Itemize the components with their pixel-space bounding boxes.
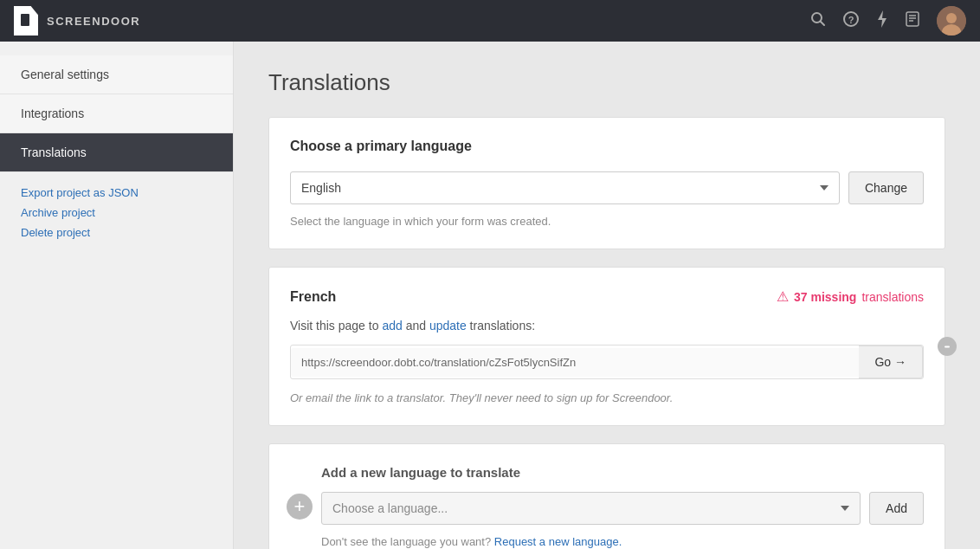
language-select[interactable]: English French Spanish German [290, 171, 840, 204]
svg-rect-14 [945, 346, 950, 348]
language-select-row: English French Spanish German Change [290, 171, 924, 204]
help-icon[interactable]: ? [843, 11, 859, 31]
french-translation-card: French ⚠ 37 missing translations Visit t… [268, 267, 945, 426]
collapse-button[interactable] [938, 337, 957, 356]
logo-icon[interactable] [14, 6, 38, 36]
primary-language-hint: Select the language in which your form w… [290, 215, 924, 228]
delete-project-link[interactable]: Delete project [21, 226, 212, 239]
add-language-row: Choose a language... French Spanish Germ… [321, 492, 924, 525]
brand-name: SCREENDOOR [47, 15, 140, 28]
missing-count: 37 missing [794, 290, 856, 304]
svg-rect-0 [21, 14, 29, 26]
request-hint-before: Don't see the language you want? [321, 535, 491, 548]
topnav-right: ? [810, 6, 966, 36]
svg-line-2 [821, 21, 825, 25]
visit-text-before: Visit this page to [290, 319, 378, 333]
email-hint: Or email the link to a translator. They'… [290, 391, 924, 404]
export-json-link[interactable]: Export project as JSON [21, 186, 212, 199]
new-language-select[interactable]: Choose a language... French Spanish Germ… [321, 492, 861, 525]
add-language-card: + Add a new language to translate Choose… [268, 443, 945, 549]
missing-label: translations [861, 290, 924, 304]
french-card-header: French ⚠ 37 missing translations [290, 288, 924, 305]
sidebar-links: Export project as JSON Archive project D… [0, 172, 233, 253]
svg-text:?: ? [848, 15, 854, 25]
search-icon[interactable] [810, 11, 826, 31]
add-language-title: Add a new language to translate [321, 465, 924, 480]
french-card-title: French [290, 289, 336, 305]
sidebar-item-translations[interactable]: Translations [0, 133, 233, 172]
request-hint: Don't see the language you want? Request… [321, 535, 924, 548]
user-avatar[interactable] [937, 6, 966, 36]
missing-translations-badge: ⚠ 37 missing translations [777, 288, 924, 305]
topnav-left: SCREENDOOR [14, 6, 140, 36]
translation-url: https://screendoor.dobt.co/translation/c… [291, 348, 859, 377]
visit-instructions: Visit this page to add and update transl… [290, 319, 924, 333]
top-navigation: SCREENDOOR ? [0, 0, 980, 42]
sidebar-item-general-settings[interactable]: General settings [0, 55, 233, 94]
sidebar: General settings Integrations Translatio… [0, 42, 234, 549]
go-button[interactable]: Go → [859, 346, 923, 378]
docs-icon[interactable] [906, 11, 919, 31]
archive-project-link[interactable]: Archive project [21, 206, 212, 219]
svg-marker-5 [878, 10, 887, 28]
svg-point-11 [946, 13, 957, 23]
primary-language-card: Choose a primary language English French… [268, 117, 945, 249]
page-title: Translations [268, 69, 945, 96]
svg-rect-6 [906, 12, 919, 26]
change-language-button[interactable]: Change [848, 171, 924, 204]
page-layout: General settings Integrations Translatio… [0, 42, 980, 549]
main-content: Translations Choose a primary language E… [234, 42, 980, 549]
add-translations-link[interactable]: add [382, 319, 402, 333]
sidebar-item-integrations[interactable]: Integrations [0, 94, 233, 133]
translation-url-row: https://screendoor.dobt.co/translation/c… [290, 345, 924, 379]
warning-icon: ⚠ [777, 288, 789, 305]
primary-language-title: Choose a primary language [290, 139, 924, 154]
plus-icon: + [287, 494, 313, 520]
request-language-link[interactable]: Request a new language. [494, 535, 622, 548]
update-translations-link[interactable]: update [429, 319, 467, 333]
bolt-icon[interactable] [876, 10, 888, 32]
add-language-button[interactable]: Add [869, 492, 924, 525]
